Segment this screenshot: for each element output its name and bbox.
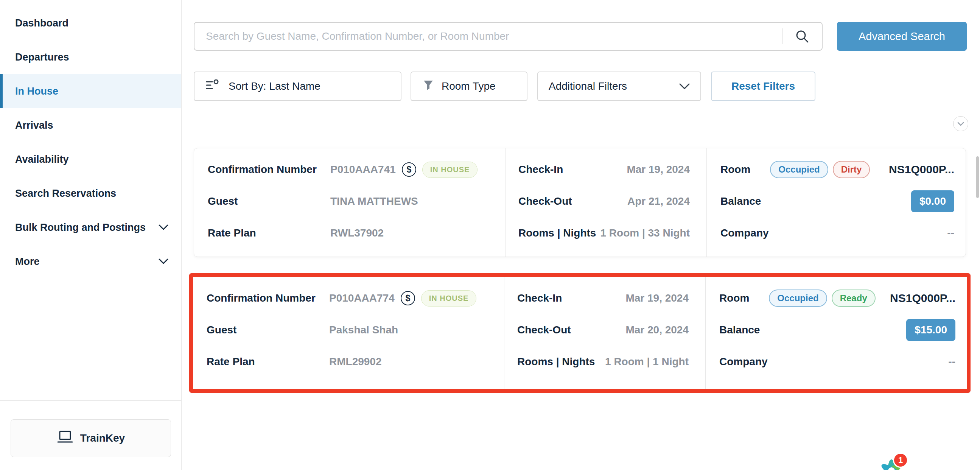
check-out-date: Apr 21, 2024 <box>627 195 690 207</box>
vertical-scrollbar[interactable] <box>976 156 979 198</box>
company-row: Company -- <box>706 346 967 378</box>
check-in-label: Check-In <box>517 292 562 304</box>
search-bar <box>194 22 822 51</box>
confirmation-label: Confirmation Number <box>207 292 329 304</box>
room-label: Room <box>721 164 750 175</box>
check-in-date: Mar 19, 2024 <box>627 164 690 175</box>
card-column-identity: Confirmation Number P010AAA774 $ IN HOUS… <box>193 277 504 389</box>
housekeeping-status-pill: Dirty <box>833 161 870 178</box>
additional-filters-dropdown[interactable]: Additional Filters <box>537 72 701 101</box>
payment-icon[interactable]: $ <box>401 291 415 305</box>
company-value: -- <box>947 227 954 239</box>
check-in-row: Check-In Mar 19, 2024 <box>504 282 705 314</box>
advanced-search-button[interactable]: Advanced Search <box>837 22 967 51</box>
reservation-card[interactable]: Confirmation Number P010AAA741 $ IN HOUS… <box>194 148 966 257</box>
rooms-nights-row: Rooms | Nights 1 Room | 1 Night <box>504 346 705 378</box>
check-in-label: Check-In <box>519 164 563 175</box>
card-column-dates: Check-In Mar 19, 2024 Check-Out Mar 20, … <box>504 277 705 389</box>
sidebar-item-departures[interactable]: Departures <box>0 40 181 74</box>
rate-plan-label: Rate Plan <box>207 356 329 368</box>
sidebar: Dashboard Departures In House Arrivals A… <box>0 0 181 470</box>
guest-label: Guest <box>207 324 329 336</box>
additional-filters-label: Additional Filters <box>549 80 627 92</box>
sidebar-item-in-house[interactable]: In House <box>0 74 181 108</box>
highlighted-reservation-outline: Confirmation Number P010AAA774 $ IN HOUS… <box>189 273 970 393</box>
rate-plan-row: Rate Plan RWL37902 <box>194 217 505 249</box>
room-row: Room Occupied Dirty NS1Q000P... <box>707 154 966 185</box>
guest-name: TINA MATTHEWS <box>330 195 418 207</box>
room-type-button[interactable]: Room Type <box>410 72 527 101</box>
sidebar-item-arrivals[interactable]: Arrivals <box>0 108 181 142</box>
rooms-nights-value: 1 Room | 33 Night <box>600 227 690 239</box>
sidebar-item-dashboard[interactable]: Dashboard <box>0 6 181 40</box>
sidebar-item-availability[interactable]: Availability <box>0 142 181 176</box>
trainkey-label: TrainKey <box>80 432 125 444</box>
balance-row: Balance $0.00 <box>707 185 966 217</box>
sort-by-button[interactable]: Sort By: Last Name <box>194 72 401 101</box>
guest-label: Guest <box>208 195 330 207</box>
guest-row: Guest TINA MATTHEWS <box>194 185 505 217</box>
room-label: Room <box>719 292 749 304</box>
confirmation-value-group: P010AAA774 $ IN HOUSE <box>329 290 476 306</box>
collapse-toggle-button[interactable] <box>953 116 968 131</box>
trainkey-button[interactable]: TrainKey <box>11 419 171 457</box>
sidebar-divider <box>0 400 181 401</box>
notification-badge: 1 <box>893 452 908 468</box>
check-out-row: Check-Out Mar 20, 2024 <box>504 314 705 346</box>
sort-icon <box>206 80 220 94</box>
balance-label: Balance <box>721 195 761 207</box>
sidebar-item-label: Availability <box>15 154 69 166</box>
confirmation-number: P010AAA741 <box>330 164 396 175</box>
card-column-room: Room Occupied Dirty NS1Q000P... Balance … <box>706 148 966 257</box>
laptop-icon <box>57 430 73 446</box>
chevron-down-icon <box>957 122 964 126</box>
rate-plan-value: RML29902 <box>329 356 382 368</box>
rooms-nights-label: Rooms | Nights <box>517 356 595 368</box>
occupancy-status-pill: Occupied <box>770 161 828 178</box>
room-type-label: Room Type <box>442 80 496 92</box>
rate-plan-label: Rate Plan <box>208 227 330 239</box>
search-input[interactable] <box>194 23 782 50</box>
company-label: Company <box>721 227 769 239</box>
confirmation-row: Confirmation Number P010AAA741 $ IN HOUS… <box>194 154 505 185</box>
rate-plan-row: Rate Plan RML29902 <box>193 346 504 378</box>
sidebar-item-label: Search Reservations <box>15 188 116 199</box>
company-row: Company -- <box>707 217 966 249</box>
sidebar-item-label: Departures <box>15 51 69 63</box>
balance-label: Balance <box>719 324 760 336</box>
sidebar-item-bulk-routing[interactable]: Bulk Routing and Postings <box>0 210 181 244</box>
check-out-row: Check-Out Apr 21, 2024 <box>506 185 706 217</box>
rooms-nights-row: Rooms | Nights 1 Room | 33 Night <box>506 217 706 249</box>
sidebar-item-label: Bulk Routing and Postings <box>15 222 146 234</box>
list-divider <box>194 124 961 124</box>
check-out-label: Check-Out <box>519 195 572 207</box>
sidebar-item-label: Dashboard <box>15 18 68 29</box>
sidebar-item-label: In House <box>15 86 58 97</box>
balance-button[interactable]: $15.00 <box>906 319 955 341</box>
room-row: Room Occupied Ready NS1Q000P... <box>706 282 967 314</box>
chat-widget-button[interactable]: 1 <box>875 452 917 470</box>
sidebar-item-label: More <box>15 256 40 268</box>
room-number: NS1Q000P... <box>889 163 954 176</box>
status-badge: IN HOUSE <box>421 290 477 306</box>
filter-funnel-icon <box>423 80 434 94</box>
company-label: Company <box>719 356 768 368</box>
chevron-down-icon <box>159 258 169 264</box>
reservation-card[interactable]: Confirmation Number P010AAA774 $ IN HOUS… <box>193 277 967 389</box>
search-icon[interactable] <box>783 23 822 50</box>
sidebar-item-more[interactable]: More <box>0 244 181 279</box>
sidebar-item-label: Arrivals <box>15 119 53 131</box>
sidebar-nav: Dashboard Departures In House Arrivals A… <box>0 0 181 279</box>
payment-icon[interactable]: $ <box>402 163 416 177</box>
sidebar-item-search-reservations[interactable]: Search Reservations <box>0 176 181 210</box>
sort-by-label: Sort By: Last Name <box>229 80 320 92</box>
status-badge: IN HOUSE <box>422 162 478 178</box>
guest-row: Guest Pakshal Shah <box>193 314 504 346</box>
confirmation-label: Confirmation Number <box>208 164 330 175</box>
chevron-down-icon <box>679 83 690 90</box>
card-column-dates: Check-In Mar 19, 2024 Check-Out Apr 21, … <box>505 148 706 257</box>
balance-button[interactable]: $0.00 <box>911 190 954 212</box>
reset-filters-button[interactable]: Reset Filters <box>711 72 815 101</box>
check-in-date: Mar 19, 2024 <box>625 292 689 304</box>
rooms-nights-label: Rooms | Nights <box>519 227 596 239</box>
